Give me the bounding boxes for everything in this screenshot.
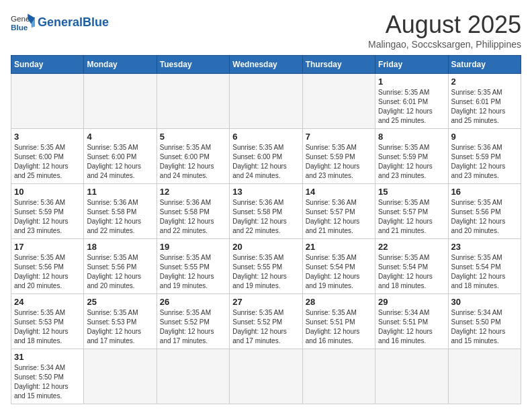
day-number: 11 bbox=[87, 187, 153, 197]
day-number: 16 bbox=[451, 187, 518, 197]
calendar-cell: 31Sunrise: 5:34 AM Sunset: 5:50 PM Dayli… bbox=[11, 349, 84, 404]
week-row-2: 10Sunrise: 5:36 AM Sunset: 5:59 PM Dayli… bbox=[11, 184, 521, 239]
week-row-3: 17Sunrise: 5:35 AM Sunset: 5:56 PM Dayli… bbox=[11, 239, 521, 294]
week-row-1: 3Sunrise: 5:35 AM Sunset: 6:00 PM Daylig… bbox=[11, 129, 521, 184]
day-info: Sunrise: 5:35 AM Sunset: 6:01 PM Dayligh… bbox=[378, 88, 445, 126]
day-of-week-wednesday: Wednesday bbox=[230, 56, 302, 74]
calendar-cell: 6Sunrise: 5:35 AM Sunset: 6:00 PM Daylig… bbox=[230, 129, 302, 184]
day-number: 21 bbox=[306, 242, 372, 252]
svg-text:Blue: Blue bbox=[11, 23, 28, 32]
calendar-cell: 17Sunrise: 5:35 AM Sunset: 5:56 PM Dayli… bbox=[11, 239, 84, 294]
day-number: 13 bbox=[232, 187, 299, 197]
day-number: 8 bbox=[378, 132, 445, 142]
calendar-cell bbox=[302, 349, 375, 404]
day-number: 23 bbox=[451, 242, 518, 252]
day-of-week-thursday: Thursday bbox=[302, 56, 375, 74]
day-number: 4 bbox=[87, 132, 153, 142]
day-number: 18 bbox=[87, 242, 153, 252]
calendar-cell: 30Sunrise: 5:34 AM Sunset: 5:50 PM Dayli… bbox=[448, 294, 521, 349]
day-number: 7 bbox=[306, 132, 372, 142]
day-info: Sunrise: 5:36 AM Sunset: 5:58 PM Dayligh… bbox=[87, 198, 153, 236]
day-info: Sunrise: 5:35 AM Sunset: 5:54 PM Dayligh… bbox=[378, 253, 445, 291]
day-number: 3 bbox=[14, 132, 81, 142]
week-row-4: 24Sunrise: 5:35 AM Sunset: 5:53 PM Dayli… bbox=[11, 294, 521, 349]
calendar-cell: 8Sunrise: 5:35 AM Sunset: 5:59 PM Daylig… bbox=[375, 129, 448, 184]
day-info: Sunrise: 5:35 AM Sunset: 5:55 PM Dayligh… bbox=[160, 253, 226, 291]
day-info: Sunrise: 5:35 AM Sunset: 5:52 PM Dayligh… bbox=[232, 308, 299, 346]
day-info: Sunrise: 5:36 AM Sunset: 5:57 PM Dayligh… bbox=[306, 198, 372, 236]
calendar: SundayMondayTuesdayWednesdayThursdayFrid… bbox=[11, 55, 521, 404]
day-number: 28 bbox=[306, 297, 372, 307]
calendar-cell: 29Sunrise: 5:34 AM Sunset: 5:51 PM Dayli… bbox=[375, 294, 448, 349]
calendar-cell: 1Sunrise: 5:35 AM Sunset: 6:01 PM Daylig… bbox=[375, 74, 448, 129]
calendar-cell: 20Sunrise: 5:35 AM Sunset: 5:55 PM Dayli… bbox=[230, 239, 302, 294]
calendar-cell: 13Sunrise: 5:36 AM Sunset: 5:58 PM Dayli… bbox=[230, 184, 302, 239]
day-number: 14 bbox=[306, 187, 372, 197]
calendar-cell: 12Sunrise: 5:36 AM Sunset: 5:58 PM Dayli… bbox=[157, 184, 229, 239]
day-info: Sunrise: 5:36 AM Sunset: 5:58 PM Dayligh… bbox=[232, 198, 299, 236]
calendar-cell bbox=[157, 349, 229, 404]
day-number: 17 bbox=[14, 242, 81, 252]
day-number: 6 bbox=[232, 132, 299, 142]
day-number: 9 bbox=[451, 132, 518, 142]
day-of-week-saturday: Saturday bbox=[448, 56, 521, 74]
calendar-cell bbox=[157, 74, 229, 129]
location: Malingao, Soccsksargen, Philippines bbox=[368, 39, 521, 50]
calendar-cell: 22Sunrise: 5:35 AM Sunset: 5:54 PM Dayli… bbox=[375, 239, 448, 294]
day-info: Sunrise: 5:35 AM Sunset: 5:54 PM Dayligh… bbox=[451, 253, 518, 291]
day-info: Sunrise: 5:35 AM Sunset: 6:01 PM Dayligh… bbox=[451, 88, 518, 126]
day-number: 22 bbox=[378, 242, 445, 252]
day-info: Sunrise: 5:35 AM Sunset: 5:56 PM Dayligh… bbox=[14, 253, 81, 291]
day-info: Sunrise: 5:35 AM Sunset: 5:56 PM Dayligh… bbox=[451, 198, 518, 236]
calendar-cell: 7Sunrise: 5:35 AM Sunset: 5:59 PM Daylig… bbox=[302, 129, 375, 184]
calendar-cell: 3Sunrise: 5:35 AM Sunset: 6:00 PM Daylig… bbox=[11, 129, 84, 184]
day-number: 10 bbox=[14, 187, 81, 197]
day-number: 25 bbox=[87, 297, 153, 307]
day-info: Sunrise: 5:35 AM Sunset: 6:00 PM Dayligh… bbox=[232, 143, 299, 181]
day-number: 2 bbox=[451, 77, 518, 87]
day-info: Sunrise: 5:35 AM Sunset: 5:59 PM Dayligh… bbox=[306, 143, 372, 181]
day-number: 1 bbox=[378, 77, 445, 87]
day-of-week-tuesday: Tuesday bbox=[157, 56, 229, 74]
calendar-cell: 18Sunrise: 5:35 AM Sunset: 5:56 PM Dayli… bbox=[84, 239, 157, 294]
day-info: Sunrise: 5:35 AM Sunset: 5:56 PM Dayligh… bbox=[87, 253, 153, 291]
day-number: 24 bbox=[14, 297, 81, 307]
week-row-5: 31Sunrise: 5:34 AM Sunset: 5:50 PM Dayli… bbox=[11, 349, 521, 404]
calendar-cell: 28Sunrise: 5:35 AM Sunset: 5:51 PM Dayli… bbox=[302, 294, 375, 349]
calendar-cell bbox=[375, 349, 448, 404]
day-info: Sunrise: 5:35 AM Sunset: 6:00 PM Dayligh… bbox=[160, 143, 226, 181]
calendar-cell: 19Sunrise: 5:35 AM Sunset: 5:55 PM Dayli… bbox=[157, 239, 229, 294]
calendar-cell: 2Sunrise: 5:35 AM Sunset: 6:01 PM Daylig… bbox=[448, 74, 521, 129]
day-info: Sunrise: 5:35 AM Sunset: 6:00 PM Dayligh… bbox=[87, 143, 153, 181]
day-number: 31 bbox=[14, 352, 81, 362]
logo: General Blue GeneralBlue bbox=[11, 11, 109, 35]
week-row-0: 1Sunrise: 5:35 AM Sunset: 6:01 PM Daylig… bbox=[11, 74, 521, 129]
day-info: Sunrise: 5:35 AM Sunset: 5:55 PM Dayligh… bbox=[232, 253, 299, 291]
logo-icon: General Blue bbox=[11, 11, 35, 35]
day-info: Sunrise: 5:36 AM Sunset: 5:59 PM Dayligh… bbox=[451, 143, 518, 181]
calendar-cell: 5Sunrise: 5:35 AM Sunset: 6:00 PM Daylig… bbox=[157, 129, 229, 184]
day-info: Sunrise: 5:34 AM Sunset: 5:50 PM Dayligh… bbox=[14, 363, 81, 401]
day-info: Sunrise: 5:35 AM Sunset: 5:54 PM Dayligh… bbox=[306, 253, 372, 291]
day-info: Sunrise: 5:34 AM Sunset: 5:50 PM Dayligh… bbox=[451, 308, 518, 346]
calendar-cell: 23Sunrise: 5:35 AM Sunset: 5:54 PM Dayli… bbox=[448, 239, 521, 294]
day-info: Sunrise: 5:35 AM Sunset: 5:59 PM Dayligh… bbox=[378, 143, 445, 181]
calendar-cell: 24Sunrise: 5:35 AM Sunset: 5:53 PM Dayli… bbox=[11, 294, 84, 349]
day-number: 15 bbox=[378, 187, 445, 197]
month-title: August 2025 bbox=[368, 11, 521, 39]
day-number: 12 bbox=[160, 187, 226, 197]
calendar-cell: 26Sunrise: 5:35 AM Sunset: 5:52 PM Dayli… bbox=[157, 294, 229, 349]
calendar-cell: 9Sunrise: 5:36 AM Sunset: 5:59 PM Daylig… bbox=[448, 129, 521, 184]
calendar-cell: 14Sunrise: 5:36 AM Sunset: 5:57 PM Dayli… bbox=[302, 184, 375, 239]
title-area: August 2025 Malingao, Soccsksargen, Phil… bbox=[368, 11, 521, 50]
calendar-cell: 25Sunrise: 5:35 AM Sunset: 5:53 PM Dayli… bbox=[84, 294, 157, 349]
calendar-cell bbox=[84, 349, 157, 404]
calendar-cell bbox=[302, 74, 375, 129]
day-info: Sunrise: 5:36 AM Sunset: 5:59 PM Dayligh… bbox=[14, 198, 81, 236]
calendar-cell: 10Sunrise: 5:36 AM Sunset: 5:59 PM Dayli… bbox=[11, 184, 84, 239]
calendar-cell: 11Sunrise: 5:36 AM Sunset: 5:58 PM Dayli… bbox=[84, 184, 157, 239]
calendar-cell bbox=[84, 74, 157, 129]
day-number: 20 bbox=[232, 242, 299, 252]
calendar-cell: 15Sunrise: 5:35 AM Sunset: 5:57 PM Dayli… bbox=[375, 184, 448, 239]
day-info: Sunrise: 5:35 AM Sunset: 5:53 PM Dayligh… bbox=[14, 308, 81, 346]
